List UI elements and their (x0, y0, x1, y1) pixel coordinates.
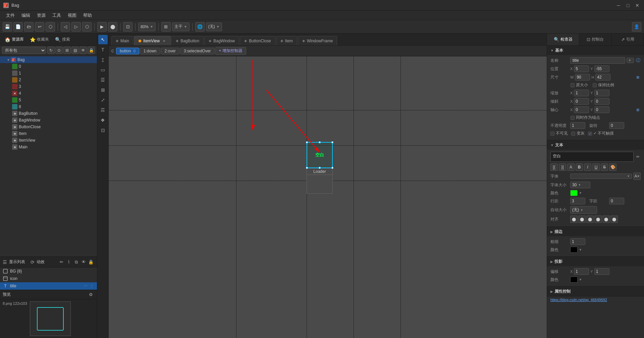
toolbar-back[interactable]: ◁ (61, 22, 70, 32)
pkg-refresh[interactable]: ↻ (47, 47, 55, 54)
fmt-bracket2[interactable]: }] (559, 163, 566, 171)
pivot-y-field[interactable] (594, 106, 609, 113)
pivot-expand-btn[interactable]: ⊞ (635, 107, 641, 113)
font-dropdown[interactable]: ▼ (570, 174, 632, 179)
dl-item-icon[interactable]: icon ⋯ ⋮ (0, 275, 97, 282)
dl-eye-btn[interactable]: 👁 (80, 259, 87, 265)
fontsize-dropdown[interactable]: 30 ▼ (570, 182, 590, 188)
tab-itemview-close[interactable]: ● (162, 39, 166, 43)
name-field[interactable] (570, 57, 625, 64)
skew-y-field[interactable] (594, 98, 609, 105)
color-arrow[interactable]: ▼ (579, 191, 582, 195)
tree-item-bagwindow[interactable]: ◈ BagWindow (0, 117, 97, 124)
invisible-checkbox[interactable] (550, 132, 554, 136)
fmt-strikethrough[interactable]: S (601, 163, 608, 171)
zoom-dropdown[interactable]: 80% ▼ (138, 22, 156, 31)
right-tab-reference[interactable]: ⇗ 引用 (612, 34, 644, 45)
dl-bg-menu[interactable]: ⋯ (83, 269, 88, 274)
menu-resource[interactable]: 资源 (34, 11, 49, 20)
align-v-bot[interactable]: ⬤ (610, 215, 618, 223)
tree-item-main[interactable]: ◈ Main (0, 144, 97, 150)
name-dropdown[interactable]: ▼ (627, 58, 634, 63)
tab-bagbutton[interactable]: ◈ BagButton (171, 36, 204, 45)
align-left[interactable]: ⬤ (570, 215, 578, 223)
left-tab-favorites[interactable]: ⭐ 收藏夹 (27, 35, 52, 44)
toolbar-redo[interactable]: ⬡ (46, 22, 55, 32)
toolbar-open[interactable]: 📄 (13, 22, 23, 32)
font-add-btn[interactable]: A+ (633, 173, 641, 180)
autosize-dropdown[interactable]: (无) ▼ (570, 206, 597, 214)
menu-edit[interactable]: 编辑 (18, 11, 34, 20)
toolbar-export[interactable]: ⬡ (82, 22, 92, 32)
left-tab-search[interactable]: 🔍 搜索 (52, 35, 73, 44)
toolbar-screen[interactable]: ⊡ (123, 22, 132, 32)
dropshadow-y-field[interactable] (594, 268, 609, 275)
fmt-paragraph[interactable]: A (567, 163, 575, 171)
pkg-lock[interactable]: 🔒 (88, 47, 95, 54)
state-3selectedover-btn[interactable]: 3:selectedOver (180, 48, 215, 54)
pivot-x-field[interactable] (574, 106, 589, 113)
keep-ratio-checkbox[interactable] (593, 83, 597, 87)
minimize-button[interactable]: ─ (615, 2, 622, 9)
dl-copy-btn[interactable]: ⧉ (73, 259, 79, 265)
tool-text2[interactable]: T (98, 55, 108, 64)
tool-text[interactable]: T (98, 45, 108, 54)
toolbar-fwd[interactable]: ▷ (71, 22, 81, 32)
menu-view[interactable]: 视图 (64, 11, 80, 20)
maximize-button[interactable]: □ (625, 2, 631, 9)
pkg-layout[interactable]: ▤ (71, 47, 79, 54)
tab-main[interactable]: ◈ Main (111, 36, 133, 45)
skew-x-field[interactable] (574, 98, 589, 105)
dropshadow-section-header[interactable]: ▶ 投影 (547, 257, 644, 266)
tree-item-1[interactable]: 1 (0, 70, 97, 77)
add-controller-btn[interactable]: + 增加控制器 (215, 47, 246, 55)
tool-layout[interactable]: ☴ (98, 105, 108, 115)
color-swatch[interactable] (570, 190, 578, 196)
tab-itemview[interactable]: ItemView ● (134, 36, 171, 45)
fmt-bracket1[interactable]: [{ (550, 163, 558, 171)
attr-link[interactable]: https://blog.csdn.net/qq_46649692 (547, 296, 644, 303)
linegap-field[interactable] (570, 198, 585, 204)
toolbar-play[interactable]: ▶ (97, 22, 107, 32)
text-edit-btn[interactable]: ✏ (635, 154, 641, 160)
tree-item-8[interactable]: 8 (0, 103, 97, 110)
tree-item-bagbutton[interactable]: ◈ BagButton (0, 110, 97, 117)
rotation-field[interactable] (609, 122, 624, 129)
text-content-box[interactable]: 空白 (550, 152, 634, 162)
toolbar-globe[interactable]: 🌐 (195, 22, 205, 32)
dl-curve-btn[interactable]: ⌇ (65, 259, 72, 265)
menu-tools[interactable]: 工具 (49, 11, 64, 20)
align-v-top[interactable]: ⬤ (594, 215, 602, 223)
lettergap-field[interactable] (609, 198, 624, 204)
gray-checkbox[interactable] (571, 132, 575, 136)
selected-item-box[interactable]: 空白 (307, 142, 333, 168)
tree-item-2[interactable]: 2 (0, 77, 97, 83)
align-v-mid[interactable]: ⬤ (602, 215, 610, 223)
tree-item-3[interactable]: 3 (0, 83, 97, 90)
scale-y-field[interactable] (594, 90, 609, 96)
notouch-checkbox[interactable] (588, 132, 592, 136)
dl-lock-btn[interactable]: 🔒 (88, 259, 94, 265)
tree-item-bag[interactable]: ▼ 🎒 Bag (0, 56, 97, 63)
toolbar-new[interactable]: 💾 (3, 22, 12, 32)
shadow-color-arrow[interactable]: ▼ (579, 248, 582, 251)
toolbar-save[interactable]: 🗁 (24, 22, 34, 32)
scale-x-field[interactable] (574, 90, 589, 96)
preview-settings-btn[interactable]: ⚙ (88, 291, 94, 298)
align-right[interactable]: ⬤ (586, 215, 594, 223)
pkg-grid[interactable]: ⊞ (63, 47, 71, 54)
tool-resize[interactable]: ⤢ (98, 95, 108, 105)
original-size-checkbox[interactable] (571, 83, 575, 87)
opacity-field[interactable] (570, 122, 585, 129)
as-anchor-checkbox[interactable] (571, 116, 575, 120)
dl-bg-more[interactable]: ⋮ (89, 269, 94, 274)
tree-item-buttonclose[interactable]: ◈ ButtonClose (0, 124, 97, 130)
tool-rect[interactable]: ▭ (98, 65, 108, 75)
close-button[interactable]: ✕ (634, 2, 641, 9)
branch-dropdown[interactable]: 主干 ▼ (172, 22, 190, 31)
pos-y-field[interactable] (594, 65, 609, 72)
tree-item-4[interactable]: ✕ 4 (0, 90, 97, 97)
dropshadow-color-arrow[interactable]: ▼ (579, 278, 582, 281)
tree-item-0[interactable]: 0 (0, 63, 97, 70)
dropshadow-color-swatch[interactable] (570, 277, 578, 283)
